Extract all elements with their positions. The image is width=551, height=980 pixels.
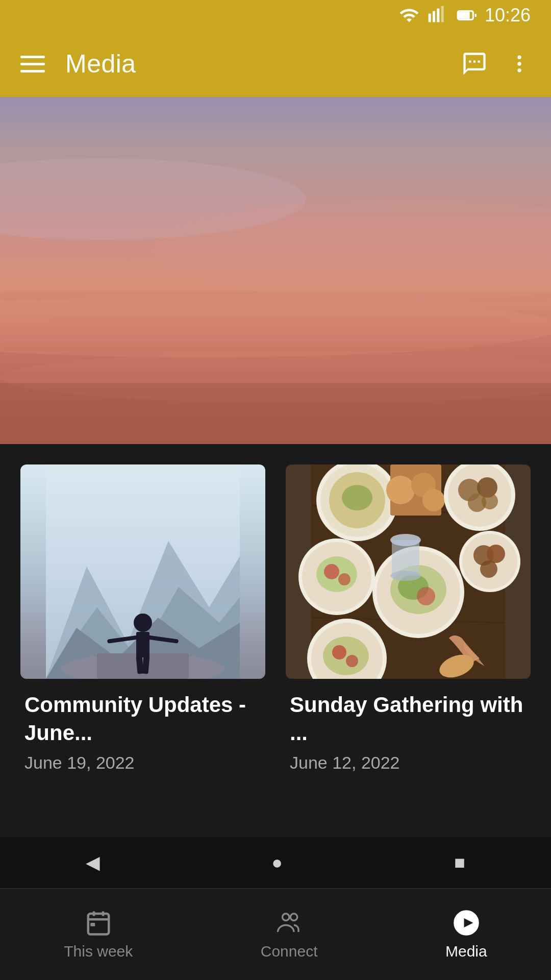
svg-point-63 [487,545,505,563]
status-icons: 10:26 [399,5,531,26]
app-title: Media [65,49,136,79]
mountain-scene-svg [20,464,265,679]
svg-rect-5 [475,14,477,17]
svg-rect-1 [433,11,435,22]
svg-point-39 [342,485,372,510]
svg-rect-71 [392,540,419,576]
svg-rect-17 [0,342,551,351]
app-bar-left: Media [20,49,136,79]
media-card-2[interactable]: Sunday Gathering with ... June 12, 2022 [286,464,531,779]
svg-point-25 [134,614,152,632]
svg-point-68 [332,645,346,659]
back-button[interactable]: ◀ [86,852,100,873]
card-image-food [286,464,531,679]
svg-point-49 [482,493,498,509]
wifi-icon [399,5,419,26]
vertical-dots-icon [508,53,531,75]
svg-point-59 [417,587,435,605]
bottom-nav: This week Connect Media [0,888,551,980]
nav-item-this-week[interactable]: This week [43,901,153,968]
nav-label-this-week: This week [64,943,133,960]
svg-point-64 [480,560,497,578]
nav-label-media: Media [445,943,487,960]
home-button[interactable]: ● [271,852,283,873]
hero-svg [0,97,551,444]
svg-rect-0 [429,14,431,22]
status-bar: 10:26 [0,0,551,31]
svg-point-67 [323,636,369,675]
card-1-date: June 19, 2022 [24,753,261,773]
chat-button[interactable] [461,51,488,77]
battery-icon [456,5,477,26]
more-options-button[interactable] [508,53,531,75]
svg-point-43 [422,489,445,511]
nav-item-media[interactable]: Media [425,901,508,968]
svg-rect-3 [441,6,444,22]
media-cards-grid: Community Updates - June... June 19, 202… [20,464,531,779]
svg-point-69 [346,655,358,667]
status-time: 10:26 [485,5,531,26]
media-card-1[interactable]: Community Updates - June... June 19, 202… [20,464,265,779]
svg-rect-15 [0,291,551,301]
svg-point-7 [517,56,521,59]
svg-point-79 [282,914,289,921]
system-nav-bar: ◀ ● ■ [0,837,551,888]
hero-image [0,97,551,444]
card-1-info: Community Updates - June... June 19, 202… [20,679,265,779]
app-bar-right [461,51,531,77]
card-2-title: Sunday Gathering with ... [290,691,527,747]
svg-point-14 [0,352,551,403]
svg-point-41 [386,476,415,504]
svg-rect-6 [459,12,470,18]
svg-point-8 [517,62,521,65]
nav-label-connect: Connect [261,943,318,960]
card-2-info: Sunday Gathering with ... June 12, 2022 [286,679,531,779]
food-scene-svg [286,464,531,679]
svg-point-72 [390,571,421,581]
card-image-mountain [20,464,265,679]
calendar-icon [85,909,112,937]
svg-rect-78 [90,923,95,926]
svg-point-9 [517,68,521,72]
svg-rect-16 [51,316,510,324]
svg-rect-18 [0,383,551,444]
svg-point-54 [338,573,350,585]
svg-rect-2 [437,9,439,22]
svg-point-80 [290,914,297,921]
app-bar: Media [0,31,551,97]
signal-icon [428,5,448,26]
svg-point-53 [324,564,339,579]
play-circle-icon [453,909,480,937]
nav-item-connect[interactable]: Connect [240,901,338,968]
card-1-title: Community Updates - June... [24,691,261,747]
content-area: Community Updates - June... June 19, 202… [0,444,551,881]
chat-icon [461,51,488,77]
recents-button[interactable]: ■ [454,852,465,873]
people-icon [276,909,303,937]
hamburger-menu-button[interactable] [20,56,45,72]
card-2-date: June 12, 2022 [290,753,527,773]
